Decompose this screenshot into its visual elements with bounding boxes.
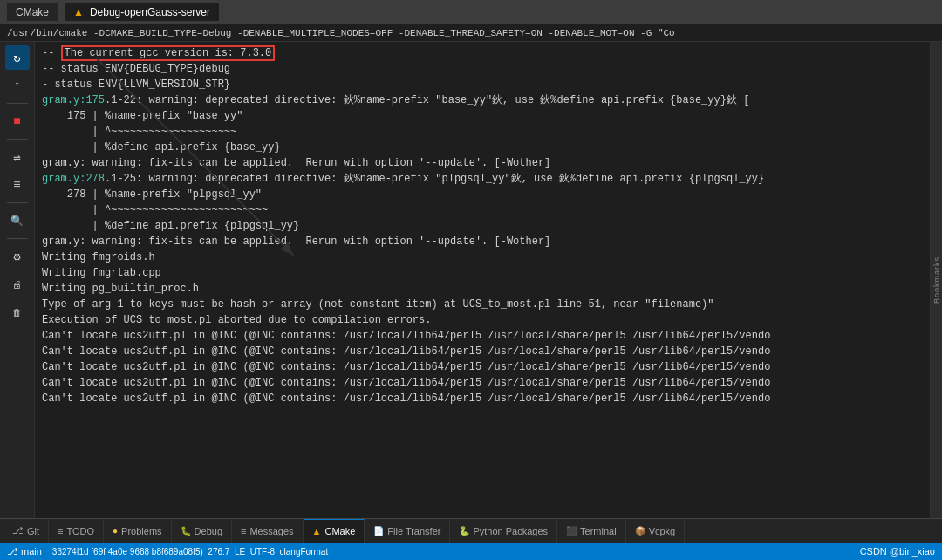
triangle-icon: ▲: [73, 6, 84, 18]
tab-todo[interactable]: ≡ TODO: [49, 519, 104, 543]
output-line-15: Writing fmgrtab.cpp: [42, 265, 923, 281]
settings-button[interactable]: ⚙: [5, 244, 30, 269]
file-transfer-icon: 📄: [373, 526, 384, 536]
sidebar-toolbar: ↻ ↑ ■ ⇌ ≡ 🔍 ⚙ 🖨 🗑: [0, 42, 35, 518]
debug-title-tab[interactable]: ▲ Debug-openGauss-server: [65, 3, 219, 21]
divider2: [7, 139, 28, 140]
git-branch-status[interactable]: ⎇ main: [7, 546, 42, 557]
output-line-18: Execution of UCS_to_most.pl aborted due …: [42, 312, 923, 328]
gram-link-1[interactable]: gram.y:175: [42, 94, 105, 106]
clear-button[interactable]: 🗑: [5, 300, 30, 324]
tab-messages-label: Messages: [249, 526, 293, 536]
branch-name: main: [21, 546, 42, 557]
output-line-12: | %define api.prefix {plpgsql_yy}: [42, 218, 923, 234]
tab-messages[interactable]: ≡ Messages: [232, 519, 304, 543]
messages-icon: ≡: [241, 526, 246, 536]
todo-icon: ≡: [58, 526, 63, 536]
divider1: [7, 103, 28, 104]
output-line-19: Can't locate ucs2utf.pl in @INC (@INC co…: [42, 328, 923, 344]
divider3: [7, 202, 28, 203]
terminal-icon: ⬛: [566, 526, 577, 536]
output-line-13: gram.y: warning: fix-its can be applied.…: [42, 234, 923, 249]
cmake-icon: ▲: [312, 526, 322, 536]
file-info-status: 33274f1d f69f 4a0e 9668 b8f689a08f5) 276…: [52, 547, 328, 557]
refresh-button[interactable]: ↻: [5, 45, 30, 70]
output-line-9: gram.y:278.1-25: warning: deprecated dir…: [42, 171, 923, 187]
stop-button[interactable]: ■: [5, 109, 30, 133]
branch-icon: ⎇: [7, 546, 18, 557]
output-line-1: -- The current gcc version is: 7.3.0: [42, 45, 923, 61]
status-right-section: CSDN @bin_xiao: [860, 546, 935, 557]
output-line-23: Can't locate ucs2utf.pl in @INC (@INC co…: [42, 391, 923, 406]
tab-problems-label: Problems: [121, 526, 161, 536]
output-line-5: 175 | %name-prefix "base_yy": [42, 108, 923, 124]
output-line-14: Writing fmgroids.h: [42, 249, 923, 265]
git-icon: ⎇: [12, 525, 24, 536]
cmake-title-tab[interactable]: CMake: [7, 3, 58, 21]
top-command-line: /usr/bin/cmake -DCMAKE_BUILD_TYPE=Debug …: [0, 24, 942, 42]
file-info-text: 33274f1d f69f 4a0e 9668 b8f689a08f5) 276…: [52, 547, 328, 557]
vcpkg-icon: 📦: [635, 526, 645, 536]
tab-terminal[interactable]: ⬛ Terminal: [557, 519, 626, 543]
csdn-info-text: CSDN @bin_xiao: [860, 546, 935, 557]
output-line-11: | ^~~~~~~~~~~~~~~~~~~~~~~~~~: [42, 202, 923, 218]
gram-link-2[interactable]: gram.y:278: [42, 173, 105, 185]
output-line-21: Can't locate ucs2utf.pl in @INC (@INC co…: [42, 359, 923, 375]
output-line-22: Can't locate ucs2utf.pl in @INC (@INC co…: [42, 375, 923, 391]
app-window: CMake ▲ Debug-openGauss-server /usr/bin/…: [0, 0, 942, 560]
command-text: /usr/bin/cmake -DCMAKE_BUILD_TYPE=Debug …: [7, 28, 675, 38]
cmake-title-label: CMake: [16, 6, 49, 18]
title-bar: CMake ▲ Debug-openGauss-server: [0, 0, 942, 24]
tab-debug-label: Debug: [195, 526, 222, 536]
tab-todo-label: TODO: [66, 526, 94, 536]
tab-vcpkg[interactable]: 📦 Vcpkg: [626, 519, 686, 543]
tab-cmake-label: CMake: [324, 526, 355, 536]
divider4: [7, 238, 28, 239]
print-button[interactable]: 🖨: [5, 272, 30, 297]
tab-cmake[interactable]: ▲ CMake: [304, 519, 365, 543]
bookmarks-strip: Bookmarks: [930, 42, 942, 518]
tab-python-packages[interactable]: 🐍 Python Packages: [450, 519, 557, 543]
output-line-2: -- status ENV{DEBUG_TYPE}debug: [42, 61, 923, 77]
bookmarks-label: Bookmarks: [932, 256, 941, 304]
tab-terminal-label: Terminal: [580, 526, 617, 536]
bottom-tab-bar: ⎇ Git ≡ TODO ● Problems 🐛 Debug ≡ Messag…: [0, 518, 942, 543]
gcc-version-highlight: The current gcc version is: 7.3.0: [61, 45, 276, 61]
tab-file-transfer[interactable]: 📄 File Transfer: [365, 519, 450, 543]
tab-python-packages-label: Python Packages: [473, 526, 548, 536]
output-line-6: | ^~~~~~~~~~~~~~~~~~~~~: [42, 124, 923, 140]
output-line-4: gram.y:175.1-22: warning: deprecated dir…: [42, 92, 923, 108]
output-line-3: - status ENV{LLVM_VERSION_STR}: [42, 77, 923, 92]
output-line-16: Writing pg_builtin_proc.h: [42, 281, 923, 297]
tab-problems[interactable]: ● Problems: [104, 519, 172, 543]
search-button[interactable]: 🔍: [5, 208, 30, 233]
up-button[interactable]: ↑: [5, 73, 30, 98]
tab-vcpkg-label: Vcpkg: [649, 526, 676, 536]
output-line-8: gram.y: warning: fix-its can be applied.…: [42, 155, 923, 171]
debug-title-label: Debug-openGauss-server: [90, 6, 210, 18]
output-line-17: Type of arg 1 to keys must be hash or ar…: [42, 297, 923, 312]
wrap-button[interactable]: ⇌: [5, 145, 30, 169]
output-area[interactable]: -- The current gcc version is: 7.3.0 -- …: [35, 42, 930, 518]
middle-section: ↻ ↑ ■ ⇌ ≡ 🔍 ⚙ 🖨 🗑: [0, 42, 942, 518]
output-line-10: 278 | %name-prefix "plpgsql_yy": [42, 187, 923, 202]
tab-git[interactable]: ⎇ Git: [3, 519, 49, 543]
output-line-7: | %define api.prefix {base_yy}: [42, 140, 923, 155]
filter-button[interactable]: ≡: [5, 173, 30, 197]
output-line-20: Can't locate ucs2utf.pl in @INC (@INC co…: [42, 344, 923, 359]
tab-file-transfer-label: File Transfer: [387, 526, 440, 536]
status-bar: ⎇ main 33274f1d f69f 4a0e 9668 b8f689a08…: [0, 543, 942, 560]
problems-icon: ●: [113, 526, 118, 536]
tab-git-label: Git: [27, 526, 39, 536]
debug-icon: 🐛: [181, 526, 191, 536]
python-icon: 🐍: [459, 526, 469, 536]
tab-debug[interactable]: 🐛 Debug: [172, 519, 232, 543]
